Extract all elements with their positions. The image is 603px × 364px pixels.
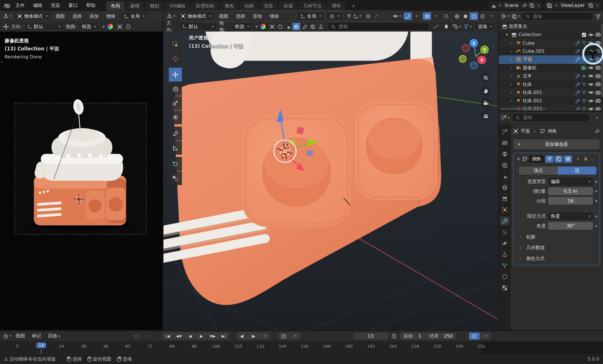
camera-view-button[interactable] bbox=[481, 98, 491, 108]
amount-field[interactable]: 0.5 m bbox=[548, 187, 593, 195]
orientation-dropdown[interactable]: 全局▾ bbox=[297, 12, 324, 21]
keying-set-chevron[interactable]: ▾ bbox=[480, 332, 491, 340]
next-keyframe-button[interactable]: ♦▶ bbox=[207, 332, 218, 340]
extra-tools-chevron[interactable]: ▾ bbox=[103, 24, 105, 29]
edit-mode-toggle-icon[interactable] bbox=[545, 155, 553, 163]
axis-y[interactable]: Y bbox=[480, 45, 489, 54]
brush-icon[interactable] bbox=[301, 23, 309, 30]
tab-physics[interactable] bbox=[500, 239, 510, 247]
tab-vertices[interactable]: 顶点 bbox=[519, 167, 558, 175]
pivot-point-dropdown[interactable]: ▾ bbox=[326, 12, 342, 21]
viewport-search[interactable] bbox=[327, 22, 430, 31]
curve-widget-icon[interactable] bbox=[432, 23, 440, 30]
prev-frame-button[interactable]: ◀| bbox=[237, 332, 248, 340]
exclude-checkbox[interactable] bbox=[582, 32, 586, 37]
proportional-edit-icon[interactable] bbox=[364, 12, 373, 20]
add-modifier-button[interactable]: + 添加修改器 bbox=[514, 140, 599, 149]
tab-texture[interactable] bbox=[500, 284, 510, 292]
properties-editor-type-icon[interactable]: ▾ bbox=[501, 114, 510, 122]
extra-tools-chevron[interactable]: ▾ bbox=[255, 24, 257, 29]
tab-render[interactable] bbox=[500, 139, 510, 147]
autokey-lock-icon[interactable] bbox=[278, 332, 289, 340]
keying-set-icon[interactable] bbox=[469, 332, 480, 340]
remove-viewlayer-icon[interactable]: × bbox=[595, 3, 599, 8]
outliner-horizontal-scrollbar[interactable] bbox=[500, 108, 547, 109]
properties-options-chevron[interactable]: ▾ bbox=[592, 114, 601, 122]
show-gizmo-icon[interactable] bbox=[403, 12, 412, 20]
outliner-row-scene-collection[interactable]: 场景集合 bbox=[499, 22, 603, 31]
expand-icon[interactable]: › bbox=[509, 99, 514, 103]
unlink-scene-icon[interactable]: × bbox=[537, 3, 541, 8]
render-visibility-icon[interactable] bbox=[595, 98, 601, 104]
workspace-tab-sculpting[interactable]: 雕刻 bbox=[145, 1, 164, 11]
stamp-icon[interactable] bbox=[317, 23, 325, 30]
breadcrumb-object[interactable]: 平面 bbox=[521, 128, 530, 135]
viewlayer-name[interactable]: ViewLayer bbox=[559, 3, 586, 8]
delete-modifier-icon[interactable]: × bbox=[583, 156, 589, 162]
hide-eye-icon[interactable] bbox=[588, 65, 594, 71]
axis-z[interactable]: Z bbox=[470, 39, 478, 48]
expand-icon[interactable]: › bbox=[509, 82, 514, 87]
show-overlays-icon[interactable] bbox=[423, 12, 431, 20]
panel-expand-icon[interactable]: ▾ bbox=[516, 156, 521, 161]
outliner-editor-type-icon[interactable]: ▾ bbox=[501, 13, 510, 20]
play-button[interactable]: ▶ bbox=[196, 332, 207, 340]
shading-dropdown[interactable]: ▾ bbox=[486, 12, 495, 20]
playhead-badge[interactable]: 13 bbox=[36, 342, 46, 348]
color-attribute-icon[interactable] bbox=[107, 23, 113, 29]
outliner-display-mode-icon[interactable]: ▾ bbox=[511, 13, 520, 20]
expand-icon[interactable]: ▾ bbox=[504, 32, 510, 37]
workspace-tab-compositing[interactable]: 合成 bbox=[279, 1, 297, 11]
sidebar-collapse-arrow[interactable]: ‹ bbox=[493, 43, 495, 49]
render-toggle-icon[interactable] bbox=[564, 155, 572, 163]
shading-rendered-icon[interactable] bbox=[478, 12, 487, 20]
viewport-user[interactable]: ▾ 物体模式▾ 视图 选择 添加 物体 全局▾ ▾ ▾ ▾ ▾ ▾ ▾ bbox=[163, 11, 498, 330]
hide-eye-icon[interactable] bbox=[588, 106, 594, 110]
new-viewlayer-icon[interactable] bbox=[588, 3, 594, 8]
timeline-menu-view[interactable]: 视图 bbox=[13, 332, 28, 340]
outliner-row-text[interactable]: › 文本 bbox=[499, 72, 603, 80]
pin-icon[interactable] bbox=[522, 3, 527, 8]
tool-move[interactable] bbox=[169, 68, 182, 81]
scene-name[interactable]: Scene bbox=[503, 3, 520, 8]
mode-dropdown[interactable]: 物体模式▾ bbox=[177, 12, 214, 21]
timeline-menu-marker[interactable]: 标记 bbox=[29, 332, 44, 340]
tab-material[interactable] bbox=[500, 272, 510, 281]
workspace-tab-texturepaint[interactable]: 纹理绘制 bbox=[191, 1, 219, 11]
workspace-tab-uv[interactable]: UV编辑 bbox=[165, 1, 190, 11]
shading-ball-icon[interactable] bbox=[124, 23, 133, 30]
shading-solid-icon[interactable] bbox=[461, 12, 470, 20]
menu-add[interactable]: 添加 bbox=[87, 12, 101, 20]
tab-scene[interactable] bbox=[500, 172, 510, 180]
menu-help[interactable]: 帮助 bbox=[82, 1, 99, 10]
workspace-tab-modeling[interactable]: 建模 bbox=[126, 1, 144, 11]
mode-dropdown[interactable]: 物体模式▾ bbox=[14, 12, 50, 21]
realtime-display-toggle-icon[interactable] bbox=[555, 155, 563, 163]
editor-type-icon[interactable]: ▾ bbox=[3, 12, 12, 20]
zoom-button[interactable] bbox=[481, 73, 491, 83]
timeline-editor-type-icon[interactable]: ▾ bbox=[3, 332, 12, 340]
direction-dropdown[interactable]: 默认▾ bbox=[24, 22, 64, 31]
expand-icon[interactable]: › bbox=[509, 65, 514, 70]
gizmo-dropdown[interactable]: ▾ bbox=[412, 12, 421, 20]
current-frame-field[interactable]: 13 bbox=[353, 332, 388, 340]
section-geometry-data[interactable]: ›几何数据 bbox=[518, 245, 597, 251]
search-input[interactable] bbox=[338, 23, 426, 29]
visibility-dropdown[interactable]: ▾ bbox=[393, 12, 401, 20]
render-visibility-icon[interactable] bbox=[595, 82, 601, 87]
editor-type-icon[interactable]: ▾ bbox=[167, 12, 175, 20]
render-visibility-icon[interactable] bbox=[595, 90, 601, 95]
viewport-camera[interactable]: ▾ 物体模式▾ 视图 选择 添加 物体 全局▾ 方向: 默认▾ 拖拽: 框选▾ … bbox=[0, 11, 163, 330]
move-tool-icon[interactable] bbox=[3, 24, 9, 29]
viewlayer-icon[interactable] bbox=[547, 3, 552, 8]
sidebar-expand-arrow[interactable]: › bbox=[1, 59, 3, 65]
tool-add-cube[interactable] bbox=[169, 157, 182, 171]
tool-annotate[interactable] bbox=[169, 127, 182, 140]
tool-cursor[interactable] bbox=[169, 52, 182, 65]
shading-ball-icon[interactable] bbox=[276, 23, 284, 30]
axis-z-negative[interactable] bbox=[470, 62, 478, 69]
tab-output[interactable] bbox=[500, 150, 510, 158]
outliner-filter-icon[interactable] bbox=[595, 14, 601, 19]
outliner-row-collection[interactable]: ▾ Collection bbox=[499, 31, 603, 39]
play-reverse-button[interactable]: ◀ bbox=[185, 332, 196, 340]
